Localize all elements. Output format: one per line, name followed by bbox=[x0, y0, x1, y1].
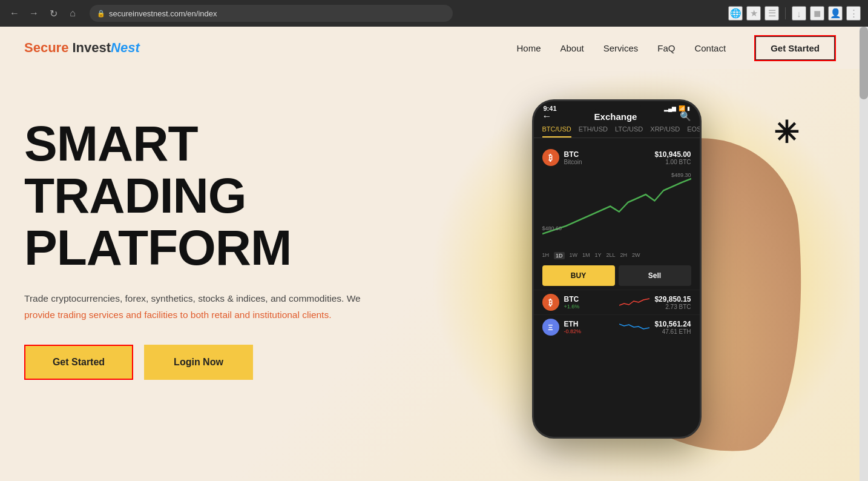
btc-mini-chart bbox=[619, 296, 649, 308]
phone-status-bar: 9:41 ▂▄▆ 📶 ▮ bbox=[534, 101, 700, 112]
website: Secure InvestNest Home About Services Fa… bbox=[0, 27, 860, 481]
hero-section: SMART TRADING PLATFORM Trade cryptocurre… bbox=[0, 69, 860, 481]
period-2h[interactable]: 2H bbox=[620, 252, 628, 259]
coin-price-main: $10,945.00 bbox=[654, 150, 691, 159]
nav-contact[interactable]: Contact bbox=[694, 43, 726, 53]
download-icon[interactable]: ↓ bbox=[792, 6, 806, 21]
btc-icon: ₿ bbox=[542, 149, 559, 166]
extensions-icon[interactable]: ☰ bbox=[764, 6, 779, 21]
hero-right: ✳ 9:41 ▂▄▆ 📶 ▮ bbox=[470, 93, 835, 457]
phone-back-icon[interactable]: ← bbox=[542, 111, 552, 122]
tab-eos[interactable]: EOS bbox=[687, 125, 701, 138]
star-icon[interactable]: ★ bbox=[746, 6, 761, 21]
eth-list-price: $10,561.24 47.61 ETH bbox=[654, 320, 691, 335]
period-2ll[interactable]: 2LL bbox=[607, 252, 616, 259]
phone-tabs: BTC/USD ETH/USD LTC/USD XRP/USD EOS bbox=[534, 125, 700, 138]
divider bbox=[785, 7, 786, 19]
trade-buttons: BUY Sell bbox=[534, 262, 700, 290]
signal-icon: ▂▄▆ bbox=[664, 105, 676, 111]
chart-area: $489.30 $480.60 bbox=[534, 171, 700, 250]
eth-list-info: ETH -0.82% bbox=[564, 320, 615, 334]
period-1d[interactable]: 1D bbox=[554, 252, 565, 259]
logo-nest: Nest bbox=[111, 40, 140, 55]
scrollbar-thumb[interactable] bbox=[860, 27, 868, 99]
hero-title-line3: PLATFORM bbox=[24, 220, 291, 275]
hero-title-line1: SMART bbox=[24, 116, 198, 171]
refresh-button[interactable]: ↻ bbox=[46, 6, 61, 21]
btc-change: +1.6% bbox=[564, 304, 615, 310]
tab-btcusd[interactable]: BTC/USD bbox=[542, 125, 571, 138]
highlight-text2: institutional clients. bbox=[252, 310, 331, 320]
coins-list: ₿ BTC +1.6% $29,850.15 2 bbox=[534, 290, 700, 339]
chart-high-label: $489.30 bbox=[671, 172, 691, 178]
nav-home[interactable]: Home bbox=[517, 43, 541, 53]
sidebar-icon[interactable]: ◼ bbox=[810, 6, 824, 21]
back-button[interactable]: ← bbox=[7, 6, 22, 21]
period-1m[interactable]: 1M bbox=[582, 252, 590, 259]
hero-title-line2: TRADING bbox=[24, 168, 246, 223]
hero-right-inner: ✳ 9:41 ▂▄▆ 📶 ▮ bbox=[470, 93, 835, 457]
translate-icon[interactable]: 🌐 bbox=[728, 6, 743, 21]
phone-search-icon[interactable]: 🔍 bbox=[680, 111, 691, 122]
phone-header: ← Exchange 🔍 bbox=[534, 111, 700, 122]
phone-mockup: 9:41 ▂▄▆ 📶 ▮ ← Exchange bbox=[532, 99, 702, 439]
hero-title: SMART TRADING PLATFORM bbox=[24, 118, 470, 274]
scrollbar[interactable] bbox=[860, 27, 868, 481]
nav-about[interactable]: About bbox=[561, 43, 584, 53]
period-1h[interactable]: 1H bbox=[542, 252, 550, 259]
period-1y[interactable]: 1Y bbox=[595, 252, 602, 259]
profile-icon[interactable]: 👤 bbox=[828, 6, 843, 21]
chart-low-label: $480.60 bbox=[542, 225, 562, 231]
eth-price-sub: 47.61 ETH bbox=[654, 328, 691, 335]
hero-buttons: Get Started Login Now bbox=[24, 345, 470, 380]
price-chart bbox=[542, 171, 691, 250]
home-button[interactable]: ⌂ bbox=[65, 6, 80, 21]
status-icons: ▂▄▆ 📶 ▮ bbox=[664, 105, 689, 111]
coin-full-name: Bitcoin bbox=[564, 159, 650, 165]
list-item: Ξ ETH -0.82% $10,561.24 bbox=[534, 314, 700, 339]
lock-icon: 🔒 bbox=[97, 10, 105, 18]
browser-chrome: ← → ↻ ⌂ 🔒 secureinvestnest.com/en/index … bbox=[0, 0, 868, 27]
highlight-text: provide trading services and facilities … bbox=[24, 310, 250, 320]
phone-area: 9:41 ▂▄▆ 📶 ▮ ← Exchange bbox=[520, 93, 786, 457]
hero-left: SMART TRADING PLATFORM Trade cryptocurre… bbox=[24, 93, 470, 380]
hero-description: Trade cryptocurrencies, forex, synthetic… bbox=[24, 291, 363, 323]
eth-mini-chart bbox=[619, 321, 649, 333]
coin-info: BTC Bitcoin bbox=[564, 150, 650, 165]
period-2w[interactable]: 2W bbox=[632, 252, 640, 259]
nav-faq[interactable]: FaQ bbox=[657, 43, 675, 53]
navbar-get-started-button[interactable]: Get Started bbox=[755, 36, 835, 61]
btc-list-icon: ₿ bbox=[542, 294, 559, 311]
logo[interactable]: Secure InvestNest bbox=[24, 40, 140, 56]
eth-list-icon: Ξ bbox=[542, 319, 559, 336]
logo-invest: Invest bbox=[68, 40, 111, 55]
tab-ethusd[interactable]: ETH/USD bbox=[579, 125, 608, 138]
tab-xrpusd[interactable]: XRP/USD bbox=[650, 125, 680, 138]
main-coin-row: ₿ BTC Bitcoin $10,945.00 1.00 BTC bbox=[534, 144, 700, 171]
hero-login-button[interactable]: Login Now bbox=[144, 345, 253, 380]
nav-services[interactable]: Services bbox=[603, 43, 639, 53]
menu-icon[interactable]: ⋮ bbox=[846, 6, 861, 21]
tab-ltcusd[interactable]: LTC/USD bbox=[615, 125, 643, 138]
btc-price-sub: 2.73 BTC bbox=[654, 304, 691, 310]
navbar: Secure InvestNest Home About Services Fa… bbox=[0, 27, 860, 69]
coin-name: BTC bbox=[564, 150, 650, 159]
buy-button[interactable]: BUY bbox=[542, 265, 615, 286]
address-bar[interactable]: 🔒 secureinvestnest.com/en/index bbox=[90, 5, 453, 22]
chart-periods: 1H 1D 1W 1M 1Y 2LL 2H 2W bbox=[534, 252, 700, 259]
coin-amount: 1.00 BTC bbox=[654, 159, 691, 165]
status-time: 9:41 bbox=[544, 105, 557, 112]
logo-secure: Secure bbox=[24, 40, 68, 55]
btc-price-main: $29,850.15 bbox=[654, 295, 691, 304]
phone-exchange-title: Exchange bbox=[594, 111, 637, 122]
forward-button[interactable]: → bbox=[27, 6, 41, 21]
eth-list-name: ETH bbox=[564, 320, 615, 328]
battery-icon: ▮ bbox=[687, 105, 690, 111]
period-1w[interactable]: 1W bbox=[570, 252, 578, 259]
hero-get-started-button[interactable]: Get Started bbox=[24, 345, 133, 380]
coin-price: $10,945.00 1.00 BTC bbox=[654, 150, 691, 165]
sell-button[interactable]: Sell bbox=[619, 265, 691, 286]
eth-change: -0.82% bbox=[564, 328, 615, 334]
browser-actions: 🌐 ★ ☰ ↓ ◼ 👤 ⋮ bbox=[728, 6, 861, 21]
wifi-icon: 📶 bbox=[679, 105, 685, 111]
